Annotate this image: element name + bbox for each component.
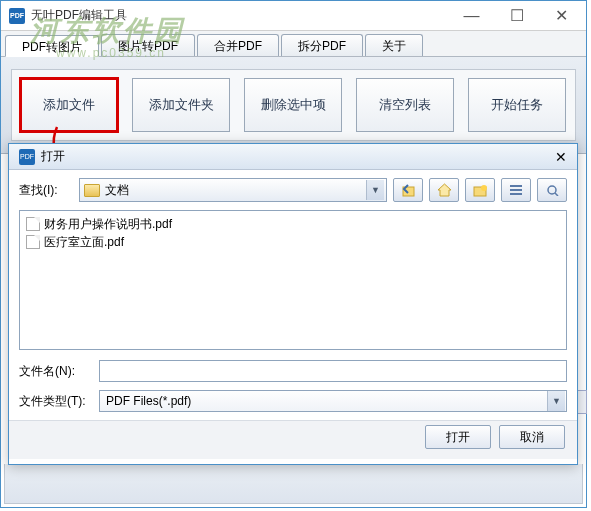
app-icon: PDF <box>9 8 25 24</box>
cancel-button[interactable]: 取消 <box>499 425 565 449</box>
tab-pdf-to-image[interactable]: PDF转图片 <box>5 35 99 57</box>
delete-selected-button[interactable]: 删除选中项 <box>244 78 342 132</box>
back-icon <box>401 184 416 197</box>
tab-split-pdf[interactable]: 拆分PDF <box>281 34 363 56</box>
list-view-icon <box>509 184 523 196</box>
svg-point-2 <box>481 185 487 191</box>
svg-line-7 <box>555 193 558 196</box>
nav-new-folder-button[interactable] <box>465 178 495 202</box>
close-button[interactable]: ✕ <box>539 2 584 30</box>
open-button[interactable]: 打开 <box>425 425 491 449</box>
chevron-down-icon: ▼ <box>366 180 384 200</box>
minimize-button[interactable]: — <box>449 2 494 30</box>
lookin-combobox[interactable]: 文档 ▼ <box>79 178 387 202</box>
new-folder-icon <box>473 184 488 197</box>
dialog-title: 打开 <box>41 148 549 165</box>
tab-image-to-pdf[interactable]: 图片转PDF <box>101 34 195 56</box>
file-item[interactable]: 财务用户操作说明书.pdf <box>24 215 562 233</box>
dialog-icon: PDF <box>19 149 35 165</box>
lookin-row: 查找(I): 文档 ▼ <box>9 170 577 210</box>
filetype-combobox[interactable]: PDF Files(*.pdf) ▼ <box>99 390 567 412</box>
filetype-value: PDF Files(*.pdf) <box>106 394 191 408</box>
file-item[interactable]: 医疗室立面.pdf <box>24 233 562 251</box>
tab-about[interactable]: 关于 <box>365 34 423 56</box>
nav-details-view-button[interactable] <box>537 178 567 202</box>
add-file-button[interactable]: 添加文件 <box>20 78 118 132</box>
filename-input[interactable] <box>99 360 567 382</box>
open-dialog: PDF 打开 ✕ 查找(I): 文档 ▼ 财务用户操作说明书.pdf <box>8 143 578 465</box>
toolbar: 添加文件 添加文件夹 删除选中项 清空列表 开始任务 <box>11 69 576 141</box>
start-task-button[interactable]: 开始任务 <box>468 78 566 132</box>
titlebar: PDF 无叶PDF编辑工具 — ☐ ✕ <box>1 1 586 31</box>
folder-icon <box>84 184 100 197</box>
nav-home-button[interactable] <box>429 178 459 202</box>
lookin-label: 查找(I): <box>19 182 73 199</box>
nav-list-view-button[interactable] <box>501 178 531 202</box>
content-area-border <box>4 464 583 504</box>
pdf-file-icon <box>26 235 40 249</box>
window-title: 无叶PDF编辑工具 <box>31 7 449 24</box>
toolbar-area: 添加文件 添加文件夹 删除选中项 清空列表 开始任务 <box>1 57 586 154</box>
dialog-button-row: 打开 取消 <box>9 420 577 459</box>
details-view-icon <box>545 184 559 196</box>
add-folder-button[interactable]: 添加文件夹 <box>132 78 230 132</box>
lookin-value: 文档 <box>105 182 129 199</box>
svg-point-6 <box>548 186 556 194</box>
file-name: 医疗室立面.pdf <box>44 234 124 251</box>
clear-list-button[interactable]: 清空列表 <box>356 78 454 132</box>
tab-merge-pdf[interactable]: 合并PDF <box>197 34 279 56</box>
file-name: 财务用户操作说明书.pdf <box>44 216 172 233</box>
file-list[interactable]: 财务用户操作说明书.pdf 医疗室立面.pdf <box>19 210 567 350</box>
pdf-file-icon <box>26 217 40 231</box>
dialog-close-button[interactable]: ✕ <box>549 147 573 167</box>
filename-label: 文件名(N): <box>19 363 91 380</box>
tabbar: PDF转图片 图片转PDF 合并PDF 拆分PDF 关于 <box>1 31 586 57</box>
home-icon <box>437 183 452 197</box>
nav-back-button[interactable] <box>393 178 423 202</box>
dialog-fields: 文件名(N): 文件类型(T): PDF Files(*.pdf) ▼ <box>9 354 577 412</box>
dialog-titlebar: PDF 打开 ✕ <box>9 144 577 170</box>
chevron-down-icon: ▼ <box>547 391 565 411</box>
maximize-button[interactable]: ☐ <box>494 2 539 30</box>
filetype-label: 文件类型(T): <box>19 393 91 410</box>
